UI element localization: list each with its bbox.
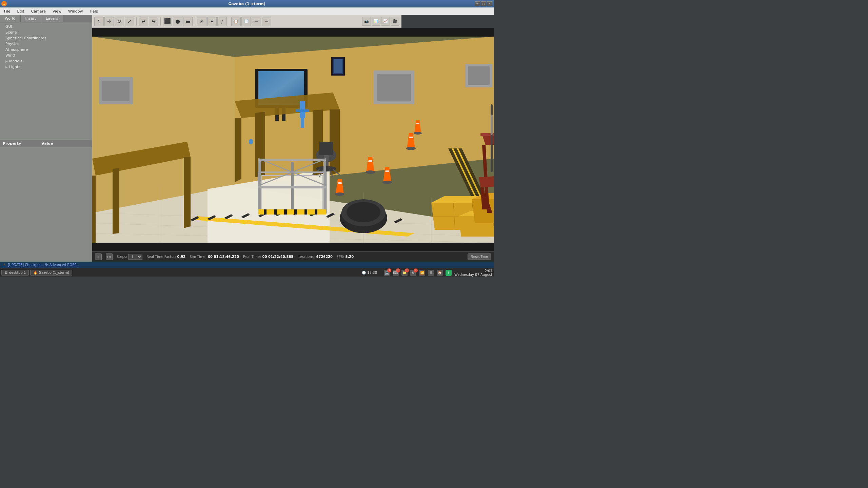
plot-btn[interactable]: 📊	[372, 17, 380, 26]
rotate-tool-btn[interactable]: ↺	[115, 17, 124, 26]
iterations: Iterations: 4726220	[297, 255, 333, 259]
svg-point-94	[414, 132, 422, 135]
snap-btn[interactable]: ⊣	[262, 17, 271, 26]
notification-2[interactable]: ⌨ 1	[393, 270, 399, 276]
graph-btn[interactable]: 📈	[381, 17, 390, 26]
sep4	[229, 17, 229, 25]
cylinder-btn[interactable]: ▬	[183, 17, 193, 26]
copy-btn[interactable]: 📋	[231, 17, 241, 26]
notification-1[interactable]: 💻 1	[384, 270, 390, 276]
sidebar-content: GUI Scene Spherical Coordinates Physics …	[0, 22, 92, 140]
sidebar-item-wind[interactable]: Wind	[0, 53, 92, 58]
iterations-label: Iterations:	[297, 255, 315, 259]
sim-time: Sim Time: 00 01:18:46.220	[190, 255, 239, 259]
minimize-btn[interactable]: ─	[475, 1, 480, 6]
menu-camera[interactable]: Camera	[28, 8, 48, 14]
sidebar-item-models[interactable]: ▶ Models	[0, 58, 92, 64]
steps-label: Steps:	[117, 255, 127, 259]
models-arrow: ▶	[5, 60, 8, 63]
scene-label: Scene	[5, 30, 17, 35]
gazebo-item[interactable]: 🔥 Gazebo (1_xterm)	[30, 270, 72, 276]
tab-layers[interactable]: Layers	[41, 15, 63, 22]
iterations-value: 4726220	[316, 255, 333, 259]
align-btn[interactable]: ⊢	[252, 17, 261, 26]
box-btn[interactable]: ⬛	[163, 17, 172, 26]
desktop-icon: 🖥	[4, 271, 8, 274]
paste-btn[interactable]: 📄	[241, 17, 251, 26]
real-time: Real Time: 00 01:22:40.865	[243, 255, 293, 259]
question-icon[interactable]: ?	[446, 270, 452, 276]
tab-world[interactable]: World	[0, 15, 21, 22]
sep2	[160, 17, 161, 25]
spherical-label: Spherical Coordinates	[5, 36, 46, 40]
menu-edit[interactable]: Edit	[14, 8, 27, 14]
clock-icon: 🕐	[362, 271, 366, 274]
menu-view[interactable]: View	[50, 8, 64, 14]
wifi-icon[interactable]: 📶	[419, 270, 425, 276]
dir-light-btn[interactable]: /	[217, 17, 227, 26]
reset-time-btn[interactable]: Reset Time	[468, 253, 491, 260]
sim-time-value: 00 01:18:46.220	[208, 255, 239, 259]
sidebar-item-physics[interactable]: Physics	[0, 41, 92, 47]
screenshot-btn[interactable]: 📷	[362, 17, 371, 26]
spot-light-btn[interactable]: ✦	[207, 17, 217, 26]
rtf-value: 0.92	[177, 255, 186, 259]
title-bar: 🔥 Gazebo (1_xterm) ─ □ ✕	[0, 0, 494, 7]
physics-label: Physics	[5, 42, 19, 46]
menu-file[interactable]: File	[1, 8, 13, 14]
undo-btn[interactable]: ↩	[139, 17, 148, 26]
clock-date: Wednesday 07 August	[454, 273, 492, 277]
point-light-btn[interactable]: ☀	[197, 17, 206, 26]
toolbar: ↖ ✛ ↺ ⤢ ↩ ↪ ⬛ ● ▬ ☀ ✦ / 📋 📄 ⊢ ⊣ 📷 📊 📈 🎥	[92, 15, 401, 28]
svg-marker-81	[368, 160, 372, 162]
svg-marker-93	[416, 123, 419, 124]
apps-icon[interactable]: ⊞	[428, 270, 434, 276]
sidebar-item-gui[interactable]: GUI	[0, 24, 92, 29]
sidebar-item-lights[interactable]: ▶ Lights	[0, 64, 92, 70]
desktop-item[interactable]: 🖥 desktop 1	[1, 270, 29, 276]
window-title: Gazebo (1_xterm)	[228, 2, 265, 6]
fps: FPS: 5.20	[337, 255, 354, 259]
select-tool-btn[interactable]: ↖	[94, 17, 104, 26]
property-col: Property	[3, 141, 21, 146]
rtf-label: Real Time Factor:	[146, 255, 176, 259]
sidebar-item-spherical[interactable]: Spherical Coordinates	[0, 35, 92, 41]
sidebar-item-atmosphere[interactable]: Atmosphere	[0, 47, 92, 53]
svg-point-91	[406, 147, 416, 150]
models-label: Models	[9, 59, 22, 63]
menu-bar: File Edit Camera View Window Help	[0, 7, 494, 15]
video-btn[interactable]: 🎥	[391, 17, 399, 26]
notification-4[interactable]: ⚙ 1	[410, 270, 416, 276]
translate-tool-btn[interactable]: ✛	[104, 17, 114, 26]
steps-dropdown[interactable]: 1 5 10	[128, 254, 142, 260]
property-panel	[0, 147, 92, 262]
update-bar: ⚠ [UPDATE] Checkpoint 9: Advanced ROS2	[0, 262, 494, 268]
fps-label: FPS:	[337, 255, 344, 259]
clock-time: 2:01	[454, 269, 492, 273]
step-btn[interactable]: ⏭	[106, 253, 113, 260]
menu-window[interactable]: Window	[65, 8, 85, 14]
tab-insert[interactable]: Insert	[21, 15, 41, 22]
sidebar-item-scene[interactable]: Scene	[0, 29, 92, 35]
home-icon[interactable]: 🏠	[437, 270, 443, 276]
svg-point-85	[382, 181, 392, 184]
lights-label: Lights	[9, 65, 20, 69]
steps-control: Steps: 1 5 10	[117, 254, 142, 260]
close-btn[interactable]: ✕	[487, 1, 492, 6]
real-time-value: 00 01:22:40.865	[262, 255, 294, 259]
svg-rect-50	[296, 109, 309, 112]
scale-tool-btn[interactable]: ⤢	[125, 17, 134, 26]
restore-btn[interactable]: □	[481, 1, 486, 6]
value-col: Value	[41, 141, 53, 146]
menu-help[interactable]: Help	[87, 8, 101, 14]
svg-marker-87	[338, 182, 342, 184]
window-controls[interactable]: ─ □ ✕	[475, 1, 492, 6]
redo-btn[interactable]: ↪	[149, 17, 158, 26]
pause-btn[interactable]: ⏸	[95, 253, 102, 260]
desktop-label: desktop 1	[9, 271, 26, 274]
notification-3[interactable]: 📁 1	[401, 270, 408, 276]
svg-marker-45	[235, 118, 241, 182]
svg-point-88	[335, 192, 344, 196]
3d-viewport[interactable]	[92, 28, 494, 251]
sphere-btn[interactable]: ●	[173, 17, 182, 26]
